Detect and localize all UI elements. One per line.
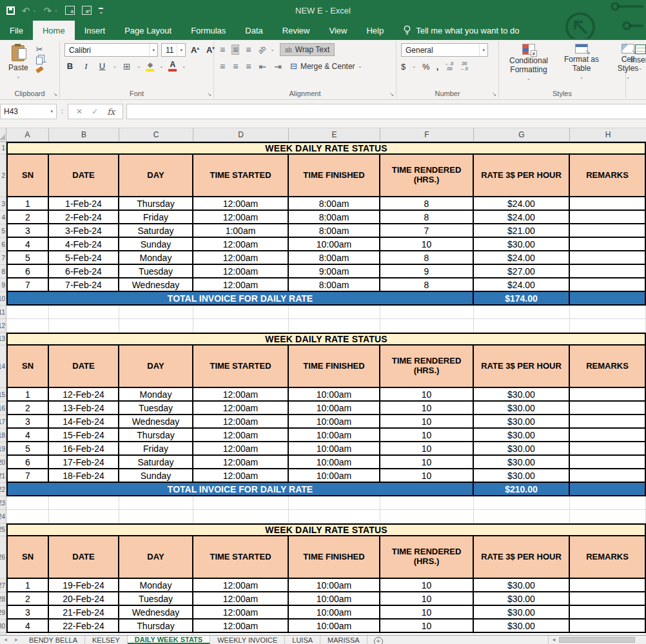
data-cell[interactable]	[570, 592, 646, 606]
data-cell[interactable]: Tuesday	[119, 592, 193, 606]
data-cell[interactable]: 6-Feb-24	[49, 265, 119, 278]
data-cell[interactable]: Thursday	[119, 197, 193, 211]
data-cell[interactable]: $24.00	[474, 211, 570, 224]
translate-screen-icon[interactable]: aˣ	[82, 6, 92, 15]
header-cell[interactable]: RATE 3$ PER HOUR	[474, 155, 570, 197]
increase-indent-icon[interactable]: ⇥	[273, 61, 283, 72]
empty-cell[interactable]	[289, 510, 380, 523]
copy-icon[interactable]: ⌄	[36, 57, 48, 64]
header-cell[interactable]: TIME RENDERED (HRS.)	[380, 155, 474, 197]
data-cell[interactable]: 4	[6, 238, 49, 251]
font-size-select[interactable]: 11 ▾	[161, 43, 186, 57]
table-title[interactable]: WEEK DAILY RATE STATUS	[6, 333, 646, 346]
data-cell[interactable]: 4	[6, 620, 49, 633]
header-cell[interactable]: DAY	[119, 346, 193, 388]
data-cell[interactable]: 8	[380, 251, 474, 265]
insert-function-icon[interactable]: fx	[107, 107, 115, 117]
cancel-icon[interactable]: ✕	[76, 107, 83, 116]
align-bottom-icon[interactable]: ≡	[244, 44, 252, 55]
row-header[interactable]: 11	[0, 306, 6, 319]
data-cell[interactable]	[570, 402, 646, 415]
data-cell[interactable]: 12:00am	[193, 579, 289, 592]
data-cell[interactable]: 1	[6, 197, 49, 211]
row-header[interactable]: 3	[0, 197, 6, 211]
data-cell[interactable]	[570, 238, 646, 251]
empty-cell[interactable]	[380, 319, 474, 333]
header-cell[interactable]: REMARKS	[570, 155, 646, 197]
data-cell[interactable]: $30.00	[474, 402, 570, 415]
data-cell[interactable]: 13-Feb-24	[49, 402, 119, 415]
borders-icon[interactable]: ⊞	[122, 61, 132, 72]
column-header-d[interactable]: D	[193, 128, 289, 141]
tab-help[interactable]: Help	[357, 21, 393, 40]
data-cell[interactable]: Sunday	[119, 469, 193, 483]
empty-cell[interactable]	[570, 496, 646, 510]
data-cell[interactable]: $30.00	[474, 442, 570, 456]
cut-icon[interactable]: ✂	[36, 45, 48, 54]
tab-data[interactable]: Data	[235, 21, 272, 40]
header-cell[interactable]: DAY	[119, 155, 193, 197]
data-cell[interactable]: 10	[380, 620, 474, 633]
data-cell[interactable]: 1-Feb-24	[49, 197, 119, 211]
row-header[interactable]: 1	[0, 142, 6, 155]
clipboard-dialog-launcher-icon[interactable]: ↘	[53, 92, 57, 97]
data-cell[interactable]: 22-Feb-24	[49, 620, 119, 633]
data-cell[interactable]: $30.00	[474, 415, 570, 429]
row-header[interactable]: 12	[0, 319, 6, 333]
data-cell[interactable]: 20-Feb-24	[49, 592, 119, 606]
align-top-icon[interactable]: ≡	[219, 44, 226, 55]
data-cell[interactable]	[570, 456, 646, 469]
font-dialog-launcher-icon[interactable]: ↘	[207, 92, 211, 97]
data-cell[interactable]: Monday	[119, 251, 193, 265]
row-header[interactable]: 27	[0, 579, 6, 592]
data-cell[interactable]: $30.00	[474, 388, 570, 402]
empty-cell[interactable]	[49, 510, 119, 523]
data-cell[interactable]: 10	[380, 592, 474, 606]
sheet-nav-left-icon[interactable]: ◄	[0, 636, 11, 644]
data-cell[interactable]: Wednesday	[119, 606, 193, 620]
sheet-tab-weekly-invoice[interactable]: WEEKLY INVOICE	[210, 636, 285, 644]
empty-cell[interactable]	[570, 319, 646, 333]
data-cell[interactable]: 2	[6, 211, 49, 224]
insert-cells-button[interactable]: Insert ⌄	[631, 43, 646, 99]
data-cell[interactable]: 10	[380, 238, 474, 251]
header-cell[interactable]: SN	[6, 536, 49, 579]
data-cell[interactable]	[570, 415, 646, 429]
row-header[interactable]: 10	[0, 292, 6, 306]
data-cell[interactable]: 7-Feb-24	[49, 278, 119, 292]
sheet-tab-bendy-bella[interactable]: BENDY BELLA	[22, 636, 85, 644]
row-header[interactable]: 28	[0, 592, 6, 606]
data-cell[interactable]: Friday	[119, 442, 193, 456]
column-header-e[interactable]: E	[289, 128, 380, 141]
number-format-dropdown-icon[interactable]: ▾	[479, 44, 487, 56]
data-cell[interactable]: 10:00am	[289, 415, 380, 429]
data-cell[interactable]: $30.00	[474, 429, 570, 442]
redo-dropdown-icon[interactable]: ⌄	[54, 8, 58, 13]
data-cell[interactable]: 10	[380, 606, 474, 620]
data-cell[interactable]	[570, 251, 646, 265]
data-cell[interactable]: 14-Feb-24	[49, 415, 119, 429]
data-cell[interactable]	[570, 469, 646, 483]
total-value[interactable]: $210.00	[474, 483, 570, 496]
row-header[interactable]: 5	[0, 224, 6, 238]
save-icon[interactable]	[6, 6, 15, 15]
merge-center-button[interactable]: ⊟ Merge & Center ⌄	[288, 61, 364, 72]
column-header-c[interactable]: C	[119, 128, 193, 141]
data-cell[interactable]: 10	[380, 402, 474, 415]
tell-me-box[interactable]: Tell me what you want to do	[393, 21, 529, 40]
data-cell[interactable]: 12:00am	[193, 388, 289, 402]
insert-cells-dropdown-icon[interactable]: ⌄	[638, 66, 642, 71]
data-cell[interactable]: 17-Feb-24	[49, 456, 119, 469]
name-box[interactable]: H43 ▾	[0, 104, 57, 119]
data-cell[interactable]: 5	[6, 251, 49, 265]
total-remarks-cell[interactable]	[570, 483, 646, 496]
data-cell[interactable]	[570, 579, 646, 592]
data-cell[interactable]: 12:00am	[193, 238, 289, 251]
header-cell[interactable]: TIME RENDERED (HRS.)	[380, 346, 474, 388]
data-cell[interactable]: 8	[380, 278, 474, 292]
row-header[interactable]: 23	[0, 496, 6, 510]
font-name-select[interactable]: Calibri ▾	[64, 43, 158, 57]
fill-color-dropdown-icon[interactable]: ⌄	[159, 64, 163, 69]
data-cell[interactable]: 10:00am	[289, 388, 380, 402]
data-cell[interactable]: Wednesday	[119, 415, 193, 429]
